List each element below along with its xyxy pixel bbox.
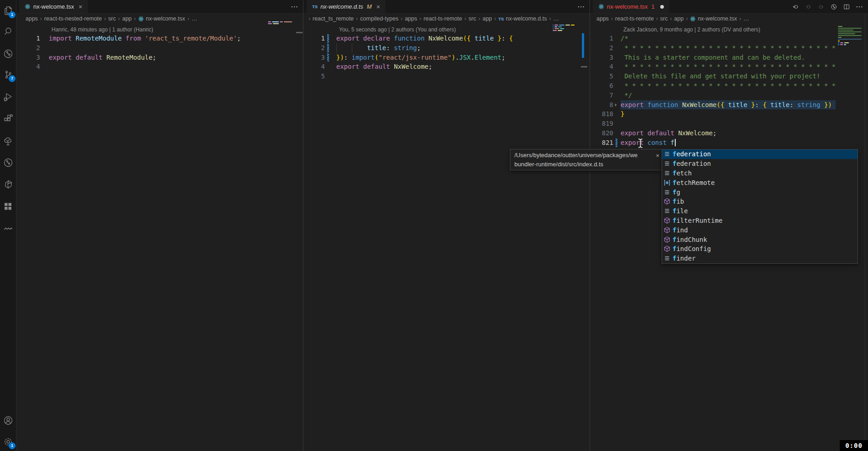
code-area[interactable]: 1/*2 * * * * * * * * * * * * * * * * * *… xyxy=(590,34,868,148)
suggestion-item[interactable]: federation xyxy=(662,159,858,169)
run-debug-activity-item[interactable] xyxy=(3,92,14,102)
polygon-activity-item[interactable] xyxy=(3,179,14,190)
minimap-slider-pane-1[interactable] xyxy=(296,32,303,33)
todo-tree-activity-item[interactable] xyxy=(3,136,14,147)
minimap-pane-2[interactable] xyxy=(553,25,579,32)
settings-gear-activity-item[interactable]: 1 xyxy=(3,436,14,447)
code-line[interactable]: 1/* xyxy=(590,34,868,43)
more-actions-icon[interactable]: ⋯ xyxy=(856,0,863,14)
code-line[interactable]: 3export default RemoteModule; xyxy=(16,53,303,62)
tab-close-icon[interactable]: × xyxy=(79,3,82,10)
code-line[interactable]: 2title: string; xyxy=(303,43,590,53)
code-line[interactable]: 821export const f xyxy=(590,138,868,148)
editor-tab[interactable]: nx-welcome.tsx× xyxy=(19,0,88,13)
close-icon[interactable]: × xyxy=(656,151,659,160)
code-line[interactable]: 2 xyxy=(16,43,303,53)
editor-tab[interactable]: TSnx-welcome.d.tsM× xyxy=(307,0,385,13)
explorer-activity-item[interactable]: 1 xyxy=(3,5,14,16)
source-control-activity-item[interactable]: 7 xyxy=(3,69,14,80)
code-line[interactable]: 3}): import("react/jsx-runtime").JSX.Ele… xyxy=(303,53,590,62)
breadcrumb-item[interactable]: apps xyxy=(26,15,38,22)
code-line[interactable]: 5 xyxy=(303,72,590,81)
minimap-pane-1[interactable] xyxy=(268,21,295,25)
grid-activity-item[interactable] xyxy=(3,201,14,212)
git-circle-activity-item[interactable] xyxy=(3,157,14,168)
more-actions-icon[interactable]: ⋯ xyxy=(291,0,298,14)
suggestion-item[interactable]: file xyxy=(662,206,858,216)
breadcrumb-item[interactable]: react_ts_remote xyxy=(313,15,354,22)
minimap-pane-3[interactable] xyxy=(838,26,863,46)
breadcrumb-item[interactable]: apps xyxy=(405,15,417,22)
suggestion-item[interactable]: fib xyxy=(662,197,858,206)
tab-close-icon[interactable]: × xyxy=(376,3,380,10)
code-line[interactable]: 2 * * * * * * * * * * * * * * * * * * * … xyxy=(590,43,868,53)
account-activity-item[interactable] xyxy=(3,415,14,426)
breadcrumb-item[interactable]: app xyxy=(483,15,492,22)
code-line[interactable]: 1export declare function NxWelcome({ tit… xyxy=(303,34,590,43)
fold-chevron-icon[interactable]: › xyxy=(614,100,617,110)
breadcrumb-item[interactable]: apps xyxy=(596,15,609,22)
tab-filename: nx-welcome.tsx xyxy=(33,3,74,10)
breadcrumb[interactable]: apps›react-ts-nested-remote›src›app›nx-w… xyxy=(16,14,303,24)
code-line[interactable]: 8›export function NxWelcome({ title }: {… xyxy=(590,100,868,110)
code-area[interactable]: 1export declare function NxWelcome({ tit… xyxy=(303,34,590,81)
suggestion-item[interactable]: federation xyxy=(662,149,858,159)
breadcrumb-item[interactable]: nx-welcome.tsx xyxy=(690,15,737,22)
editor-tab[interactable]: nx-welcome.tsx1 xyxy=(593,0,669,13)
breadcrumb-item[interactable]: react-ts-nested-remote xyxy=(44,15,102,22)
code-line[interactable]: 4 xyxy=(16,62,303,72)
breadcrumb-item[interactable]: compiled-types xyxy=(360,15,398,22)
suggestion-item[interactable]: finder xyxy=(662,254,858,263)
git-blame-codelens[interactable]: Zack Jackson, 9 months ago | 2 authors (… xyxy=(623,26,760,33)
breadcrumb-item[interactable]: app xyxy=(122,15,132,22)
more-actions-icon[interactable]: ⋯ xyxy=(577,0,585,14)
suggestion-item[interactable]: filterRuntime xyxy=(662,216,858,226)
source-graph-activity-item[interactable] xyxy=(3,48,14,59)
scrollbar-pane-3[interactable] xyxy=(865,14,865,451)
code-line[interactable]: 820export default NxWelcome; xyxy=(590,128,868,138)
breadcrumb[interactable]: ›react_ts_remote›compiled-types›apps›rea… xyxy=(303,14,590,24)
breadcrumb-item[interactable]: src xyxy=(108,15,116,22)
suggestion-item[interactable]: findChunk xyxy=(662,235,858,244)
circle-left-icon[interactable] xyxy=(805,3,812,10)
code-area[interactable]: 1import RemoteModule from 'react_ts_remo… xyxy=(16,34,303,72)
code-line[interactable]: 6 * * * * * * * * * * * * * * * * * * * … xyxy=(590,81,868,91)
suggestion-item[interactable]: find xyxy=(662,225,858,235)
git-blame-codelens[interactable]: You, 5 seconds ago | 2 authors (You and … xyxy=(339,26,456,33)
minimap-slider-pane-2[interactable] xyxy=(581,66,587,67)
breadcrumb[interactable]: apps›react-ts-remote›src›app›nx-welcome.… xyxy=(590,14,868,24)
suggestion-item[interactable]: fg xyxy=(662,187,858,197)
breadcrumb-item[interactable]: … xyxy=(744,15,750,22)
breadcrumb-item[interactable]: TSnx-welcome.d.ts xyxy=(498,15,547,22)
breadcrumb-item[interactable]: app xyxy=(674,15,684,22)
breadcrumb-item[interactable]: nx-welcome.tsx xyxy=(138,15,185,22)
breadcrumb-item[interactable]: src xyxy=(660,15,668,22)
squiggle-activity-item[interactable] xyxy=(3,223,14,234)
breadcrumb-item[interactable]: src xyxy=(468,15,476,22)
suggestion-label: fetchRemote xyxy=(673,179,715,186)
git-blame-codelens[interactable]: Hanric, 48 minutes ago | 1 author (Hanri… xyxy=(51,26,153,33)
nav-back-icon[interactable] xyxy=(792,3,799,10)
breadcrumb-item[interactable]: … xyxy=(553,15,559,22)
suggestion-item[interactable]: fetch xyxy=(662,169,858,178)
code-line[interactable]: 4export default NxWelcome; xyxy=(303,62,590,72)
code-line[interactable]: 818} xyxy=(590,109,868,119)
git-circle-icon[interactable] xyxy=(830,3,837,10)
code-line[interactable]: 819 xyxy=(590,119,868,128)
circle-right-icon[interactable] xyxy=(817,3,825,10)
breadcrumb-item[interactable]: … xyxy=(191,15,197,22)
code-line[interactable]: 3 This is a starter component and can be… xyxy=(590,53,868,62)
gutter[interactable]: › xyxy=(613,100,621,110)
search-activity-item[interactable] xyxy=(3,26,14,37)
breadcrumb-item[interactable]: react-ts-remote xyxy=(615,15,654,22)
suggestion-item[interactable]: fetchRemote xyxy=(662,178,858,187)
code-line[interactable]: 7 */ xyxy=(590,91,868,100)
suggestion-item[interactable]: findConfig xyxy=(662,244,858,254)
code-line[interactable]: 1import RemoteModule from 'react_ts_remo… xyxy=(16,34,303,43)
code-line[interactable]: 5 Delete this file and get started with … xyxy=(590,72,868,81)
split-editor-icon[interactable] xyxy=(843,3,850,10)
extensions-activity-item[interactable] xyxy=(3,113,14,124)
code-line[interactable]: 4 * * * * * * * * * * * * * * * * * * * … xyxy=(590,62,868,72)
breadcrumb-item[interactable]: react-ts-remote xyxy=(424,15,462,22)
dirty-dot-icon[interactable] xyxy=(660,5,664,9)
